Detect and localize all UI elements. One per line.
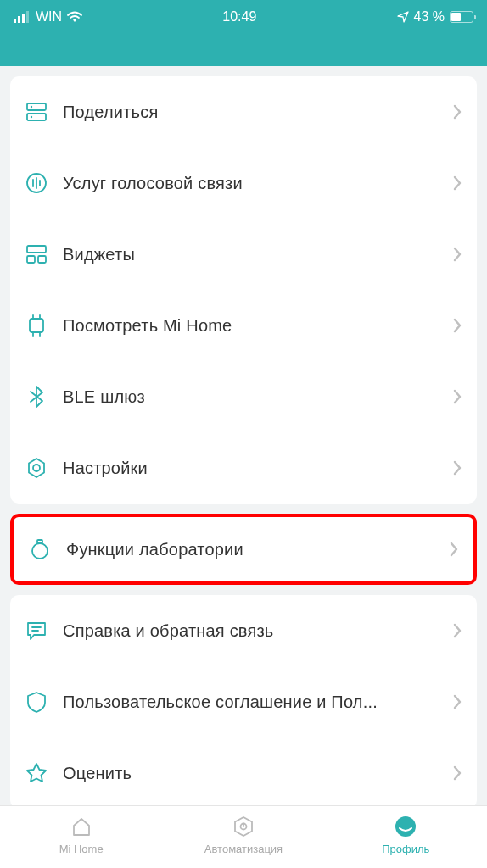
settings-icon	[22, 453, 51, 482]
share-icon	[22, 97, 51, 126]
svg-rect-14	[38, 256, 46, 263]
chevron-right-icon	[453, 104, 462, 120]
chevron-right-icon	[453, 389, 462, 404]
chevron-right-icon	[453, 460, 462, 476]
tab-profile[interactable]: Профиль	[325, 806, 487, 863]
settings-group-3: Справка и обратная связь Пользовательско…	[10, 595, 477, 809]
svg-rect-22	[37, 540, 42, 543]
settings-group-lab: Функции лаборатории	[10, 514, 477, 585]
row-label: Виджеты	[63, 245, 453, 264]
row-label: Оценить	[63, 764, 453, 783]
watch-icon	[22, 311, 51, 340]
row-label: Посмотреть Mi Home	[63, 316, 453, 336]
status-left: WIN	[14, 9, 82, 25]
chevron-right-icon	[453, 318, 462, 333]
bluetooth-icon	[22, 382, 51, 411]
tab-home[interactable]: Mi Home	[0, 806, 162, 863]
tab-bar: Mi Home Автоматизация Профиль	[0, 805, 487, 868]
svg-point-6	[31, 106, 32, 108]
chevron-right-icon	[453, 175, 462, 191]
row-label: Пользовательское соглашение и Пол...	[63, 693, 453, 712]
settings-group-1: Поделиться Услуг голосовой связи Виджеты…	[10, 76, 477, 504]
row-settings[interactable]: Настройки	[10, 432, 477, 504]
row-lab[interactable]: Функции лаборатории	[14, 517, 473, 581]
svg-rect-1	[18, 16, 20, 23]
tab-label: Mi Home	[59, 843, 104, 855]
row-label: Справка и обратная связь	[63, 621, 453, 641]
row-label: BLE шлюз	[63, 387, 453, 407]
svg-rect-4	[27, 103, 46, 110]
chevron-right-icon	[453, 694, 462, 709]
svg-point-27	[395, 816, 416, 837]
row-voice[interactable]: Услуг голосовой связи	[10, 147, 477, 219]
svg-rect-5	[27, 114, 46, 120]
status-time: 10:49	[222, 9, 256, 25]
status-bar: WIN 10:49 43 %	[0, 0, 487, 34]
wifi-icon	[67, 11, 82, 23]
svg-point-20	[33, 465, 40, 471]
widgets-icon	[22, 240, 51, 269]
svg-rect-0	[14, 19, 16, 23]
row-label: Функции лаборатории	[66, 540, 450, 559]
lab-icon	[25, 535, 54, 564]
svg-point-7	[31, 116, 32, 118]
shield-icon	[22, 687, 51, 716]
svg-rect-15	[30, 319, 43, 332]
row-widgets[interactable]: Виджеты	[10, 219, 477, 290]
row-label: Услуг голосовой связи	[63, 174, 453, 193]
voice-icon	[22, 169, 51, 198]
row-label: Поделиться	[63, 103, 453, 122]
row-ble[interactable]: BLE шлюз	[10, 361, 477, 432]
chevron-right-icon	[453, 623, 462, 638]
row-share[interactable]: Поделиться	[10, 76, 477, 147]
row-label: Настройки	[63, 459, 453, 478]
battery-percent: 43 %	[414, 9, 445, 25]
tab-automation[interactable]: Автоматизация	[162, 806, 324, 863]
row-rate[interactable]: Оценить	[10, 737, 477, 809]
carrier-label: WIN	[36, 9, 62, 25]
svg-rect-12	[27, 246, 46, 253]
header	[0, 34, 487, 66]
location-icon	[397, 11, 409, 23]
cellular-icon	[14, 11, 31, 23]
status-right: 43 %	[397, 9, 473, 25]
row-help[interactable]: Справка и обратная связь	[10, 595, 477, 666]
svg-point-21	[32, 543, 48, 559]
star-icon	[22, 759, 51, 787]
content: Поделиться Услуг голосовой связи Виджеты…	[0, 66, 487, 809]
tab-label: Автоматизация	[204, 843, 283, 855]
row-legal[interactable]: Пользовательское соглашение и Пол...	[10, 666, 477, 737]
feedback-icon	[22, 616, 51, 645]
automation-icon	[231, 814, 256, 839]
row-watch[interactable]: Посмотреть Mi Home	[10, 290, 477, 361]
chevron-right-icon	[450, 542, 458, 557]
svg-rect-13	[27, 256, 35, 263]
tab-label: Профиль	[382, 843, 429, 855]
battery-icon	[450, 11, 473, 23]
home-icon	[69, 814, 94, 839]
svg-rect-2	[22, 14, 25, 23]
chevron-right-icon	[453, 765, 462, 781]
chevron-right-icon	[453, 247, 462, 262]
profile-icon	[393, 814, 418, 839]
svg-rect-3	[26, 11, 29, 23]
